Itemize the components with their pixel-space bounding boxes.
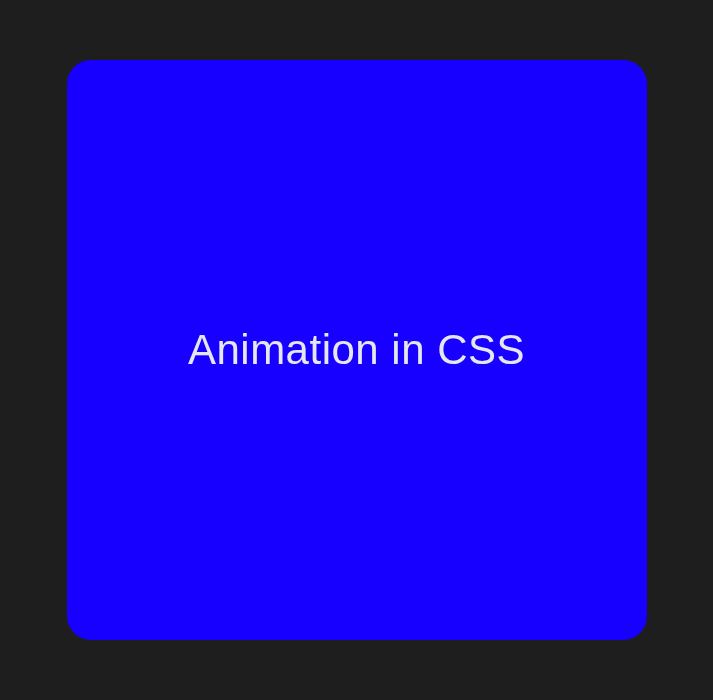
animation-card: Animation in CSS [67,60,647,640]
card-title: Animation in CSS [188,326,525,374]
